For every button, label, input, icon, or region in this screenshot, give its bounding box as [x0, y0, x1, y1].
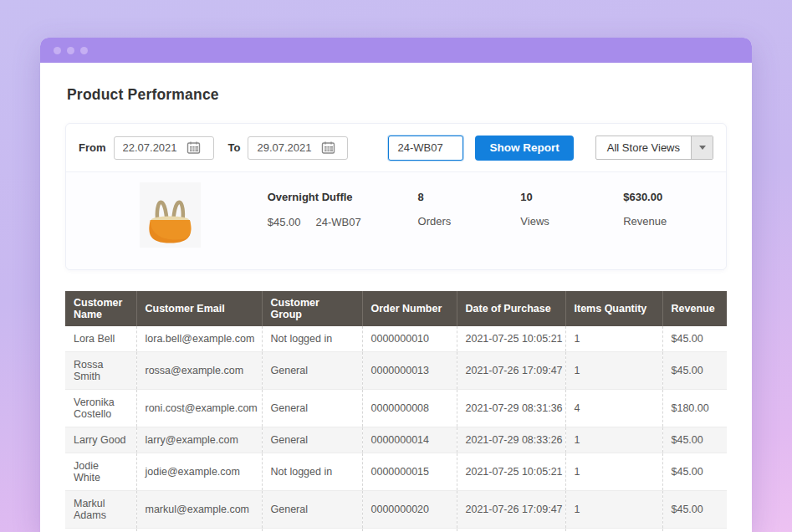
table-cell: 1 [565, 491, 662, 529]
table-cell: $180.00 [662, 529, 727, 532]
table-cell: General [262, 491, 362, 529]
to-label: To [228, 141, 241, 154]
table-cell: $45.00 [662, 326, 727, 352]
table-cell: Jodie White [65, 453, 136, 491]
filter-row: From [66, 124, 726, 172]
table-row: Mark Johnsonjohnson@example.comGeneral00… [65, 529, 727, 532]
table-row: Lora Belllora.bell@example.comNot logged… [65, 326, 727, 352]
table-row: Jodie Whitejodie@example.comNot logged i… [65, 453, 727, 491]
table-cell: 1 [565, 352, 662, 390]
table-cell: Mark Johnson [65, 529, 136, 532]
app-window: Product Performance From [40, 38, 752, 532]
column-header[interactable]: Items Quantity [565, 291, 662, 326]
table-cell: 2021-07-26 17:09:47 [457, 352, 565, 390]
views-stat: 10 Views [520, 182, 623, 228]
table-row: Veronika Costelloroni.cost@example.comGe… [65, 390, 727, 427]
table-cell: 4 [565, 529, 662, 532]
table-cell: 2021-07-25 10:05:21 [457, 453, 565, 491]
table-cell: larry@example.com [136, 427, 262, 453]
table-header-row: Customer NameCustomer EmailCustomer Grou… [65, 291, 727, 326]
product-sku-input[interactable] [389, 141, 462, 154]
table-cell: johnson@example.com [136, 529, 262, 532]
orders-label: Orders [418, 215, 521, 228]
table-cell: 0000000015 [362, 453, 457, 491]
table-cell: 2021-07-29 08:31:36 [457, 529, 565, 532]
orders-value: 8 [418, 191, 521, 203]
page-title: Product Performance [67, 86, 727, 104]
table-cell: Not logged in [262, 453, 362, 491]
table-cell: General [262, 427, 362, 453]
table-cell: roni.cost@example.com [136, 390, 262, 427]
table-cell: 2021-07-29 08:33:26 [457, 427, 565, 453]
to-date-field [248, 136, 348, 160]
revenue-value: $630.00 [623, 191, 726, 203]
table-cell: rossa@example.com [136, 352, 262, 390]
column-header[interactable]: Revenue [662, 291, 727, 326]
table-cell: Larry Good [65, 427, 136, 453]
from-date-field [114, 136, 214, 160]
report-filter-panel: From [65, 123, 727, 270]
column-header[interactable]: Order Number [362, 291, 457, 326]
product-summary-row: Overnight Duffle $45.0024-WB07 8 Orders … [66, 172, 726, 269]
views-value: 10 [520, 191, 623, 203]
table-cell: $45.00 [662, 453, 727, 491]
column-header[interactable]: Customer Name [65, 291, 136, 326]
table-cell: 0000000013 [362, 352, 457, 390]
table-cell: $45.00 [662, 352, 727, 390]
table-cell: lora.bell@example.com [136, 326, 262, 352]
table-cell: 1 [565, 453, 662, 491]
table-cell: 1 [565, 326, 662, 352]
table-cell: Not logged in [262, 326, 362, 352]
table-cell: Lora Bell [65, 326, 136, 352]
product-sku-field [388, 136, 463, 161]
table-cell: markul@example.com [136, 491, 262, 529]
table-cell: General [262, 529, 362, 532]
orders-stat: 8 Orders [418, 182, 521, 228]
table-cell: 0000000008 [362, 390, 457, 427]
product-image [140, 182, 201, 248]
show-report-button[interactable]: Show Report [475, 136, 573, 161]
table-cell: Markul Adams [65, 491, 136, 529]
store-view-value: All Store Views [596, 136, 691, 159]
chevron-down-icon[interactable] [691, 136, 713, 159]
column-header[interactable]: Date of Purchase [457, 291, 565, 326]
to-date-input[interactable] [248, 141, 317, 154]
table-cell: $45.00 [662, 427, 727, 453]
from-date-input[interactable] [115, 141, 183, 154]
views-label: Views [520, 215, 623, 228]
table-cell: jodie@example.com [136, 453, 262, 491]
table-cell: Rossa Smith [65, 352, 136, 390]
window-titlebar [40, 38, 752, 63]
window-control-dot[interactable] [54, 47, 61, 54]
table-cell: General [262, 352, 362, 390]
table-cell: $180.00 [662, 390, 727, 427]
table-body: Lora Belllora.bell@example.comNot logged… [65, 326, 727, 532]
product-name: Overnight Duffle [268, 191, 418, 203]
table-row: Markul Adamsmarkul@example.comGeneral000… [65, 491, 727, 529]
table-cell: 0000000020 [362, 491, 457, 529]
product-info: Overnight Duffle $45.0024-WB07 [268, 182, 418, 228]
orders-table: Customer NameCustomer EmailCustomer Grou… [65, 291, 727, 532]
calendar-icon[interactable] [183, 137, 205, 159]
table-cell: 2021-07-25 10:05:21 [457, 326, 565, 352]
revenue-label: Revenue [623, 215, 726, 228]
column-header[interactable]: Customer Group [262, 291, 362, 326]
table-cell: General [262, 390, 362, 427]
store-view-select[interactable]: All Store Views [595, 136, 713, 160]
table-row: Rossa Smithrossa@example.comGeneral00000… [65, 352, 727, 390]
table-cell: 0000000010 [362, 326, 457, 352]
calendar-icon[interactable] [317, 137, 339, 159]
window-control-dot[interactable] [67, 47, 74, 54]
product-price: $45.00 [268, 216, 301, 228]
column-header[interactable]: Customer Email [136, 291, 262, 326]
table-cell: 0000000023 [362, 529, 457, 532]
desktop-background: Product Performance From [0, 0, 792, 532]
from-label: From [79, 141, 106, 154]
revenue-stat: $630.00 Revenue [623, 182, 726, 228]
table-cell: 0000000014 [362, 427, 457, 453]
window-control-dot[interactable] [80, 47, 88, 54]
table-row: Larry Goodlarry@example.comGeneral000000… [65, 427, 727, 453]
table-cell: 2021-07-26 17:09:47 [457, 491, 565, 529]
table-cell: 1 [565, 427, 662, 453]
table-cell: Veronika Costello [65, 390, 136, 427]
